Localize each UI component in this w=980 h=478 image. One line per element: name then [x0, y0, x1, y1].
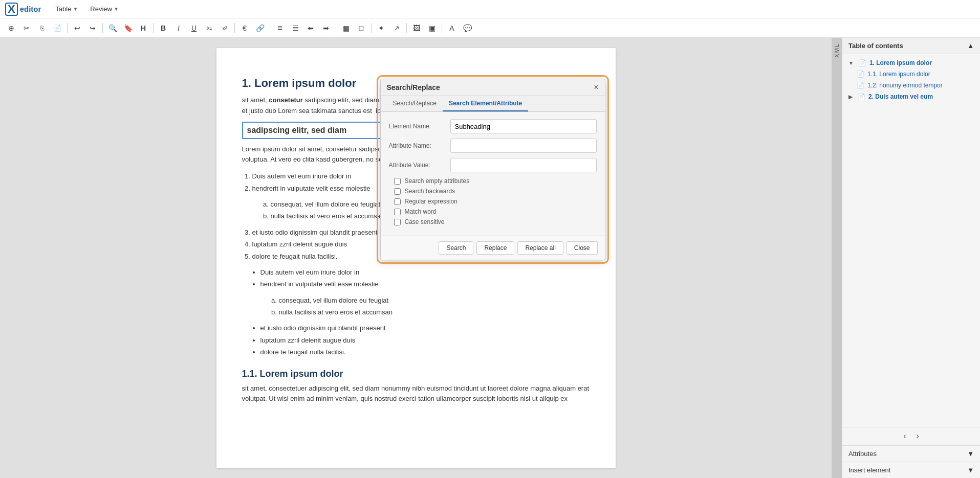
toolbar-block[interactable]: □	[354, 21, 368, 35]
toolbar-new[interactable]: ⊕	[4, 21, 18, 35]
toolbar-search[interactable]: 🔍	[105, 21, 120, 35]
menu-review[interactable]: Review ▼	[86, 3, 123, 15]
menu-table[interactable]: Table ▼	[51, 3, 82, 15]
toolbar-font-color[interactable]: A	[445, 21, 459, 35]
attribute-name-input[interactable]	[450, 139, 597, 153]
attributes-collapse-icon: ▼	[967, 450, 974, 458]
menu-review-arrow: ▼	[114, 6, 119, 12]
toolbar-align-right[interactable]: ➡	[319, 21, 333, 35]
list-item: nulla facilisis at vero eros et accumsan	[279, 306, 590, 318]
element-name-label: Element Name:	[389, 123, 450, 130]
toolbar-italic[interactable]: I	[171, 21, 186, 35]
menu-table-arrow: ▼	[73, 6, 78, 12]
checkbox-search-empty[interactable]	[394, 178, 401, 185]
toc-spacer	[842, 244, 980, 427]
app-logo[interactable]: X editor	[5, 3, 41, 16]
insert-element-label: Insert element	[848, 466, 890, 474]
nav-prev-button[interactable]: ‹	[903, 431, 906, 441]
checkbox-regex[interactable]	[394, 198, 401, 205]
dialog-title-bar: Search/Replace ×	[381, 79, 605, 96]
toc-collapse-icon[interactable]: ▲	[967, 42, 974, 50]
nav-next-button[interactable]: ›	[917, 431, 919, 441]
toolbar-comment[interactable]: 💬	[460, 21, 474, 35]
toolbar-link[interactable]: 🔗	[253, 21, 267, 35]
checkbox-case-sensitive[interactable]	[394, 219, 401, 225]
check-label-match-word: Match word	[405, 208, 437, 215]
toolbar-table[interactable]: ▦	[339, 21, 353, 35]
toolbar-copy[interactable]: ⎘	[35, 21, 49, 35]
attributes-section[interactable]: Attributes ▼	[842, 445, 980, 462]
toolbar-subscript[interactable]: x₂	[202, 21, 216, 35]
toc-icon-2: 📄	[858, 93, 865, 100]
toc-header: Table of contents ▲	[842, 38, 980, 54]
toc-arrow-1: ▼	[848, 60, 854, 66]
right-panel: Table of contents ▲ ▼ 📄 1. Lorem ipsum d…	[842, 38, 980, 478]
dialog-footer: Search Replace Replace all Close	[381, 236, 605, 260]
toolbar-image[interactable]: 🖼	[409, 21, 424, 35]
toolbar-media[interactable]: ▣	[425, 21, 439, 35]
xml-strip: XML	[832, 38, 842, 478]
toolbar-symbol2[interactable]: ↗	[389, 21, 404, 35]
tab-search-replace[interactable]: Search/Replace	[387, 96, 443, 111]
toolbar-ordered-list[interactable]: ≡	[273, 21, 287, 35]
topbar: X editor Table ▼ Review ▼	[0, 0, 980, 18]
close-button[interactable]: Close	[567, 241, 598, 255]
check-label-search-empty: Search empty attributes	[405, 177, 470, 185]
toolbar-heading[interactable]: H	[136, 21, 150, 35]
check-case-sensitive: Case sensitive	[394, 218, 597, 225]
document-page: 1. Lorem ipsum dolor sit amet, consetetu…	[216, 48, 616, 468]
toolbar-special-char[interactable]: €	[237, 21, 252, 35]
toolbar-sep-2	[102, 23, 103, 33]
toolbar-symbol1[interactable]: ✦	[374, 21, 388, 35]
toc-label-1-2: 1.2. nonumy eirmod tempor	[867, 82, 943, 89]
logo-text: editor	[20, 5, 41, 13]
toolbar-unordered-list[interactable]: ≣	[288, 21, 302, 35]
toc-item-1-2[interactable]: 📄 1.2. nonumy eirmod tempor	[842, 80, 980, 91]
toc-label-1: 1. Lorem ipsum dolor	[869, 59, 932, 66]
toc-arrow-2: ▶	[848, 94, 853, 100]
check-label-case-sensitive: Case sensitive	[405, 218, 445, 225]
toc-label-1-1: 1.1. Lorem ipsum dolor	[867, 71, 930, 78]
editor-area[interactable]: 1. Lorem ipsum dolor sit amet, consetetu…	[0, 38, 832, 478]
toc-icon-1-1: 📄	[857, 71, 864, 78]
dialog-title: Search/Replace	[387, 83, 440, 92]
checkbox-match-word[interactable]	[394, 209, 401, 215]
toolbar-bookmark[interactable]: 🔖	[121, 21, 135, 35]
toolbar-align-left[interactable]: ⬅	[303, 21, 318, 35]
toolbar-sep-7	[371, 23, 372, 33]
checkbox-search-backwards[interactable]	[394, 188, 401, 195]
toolbar-undo[interactable]: ↩	[70, 21, 84, 35]
insert-element-collapse-icon: ▼	[967, 466, 974, 474]
toolbar-sep-8	[406, 23, 407, 33]
element-name-input[interactable]	[450, 119, 597, 133]
check-search-empty: Search empty attributes	[394, 177, 597, 185]
search-button[interactable]: Search	[439, 241, 473, 255]
replace-button[interactable]: Replace	[476, 241, 514, 255]
list-item: dolore te feugait nulla facilisi. Duis a…	[252, 251, 590, 358]
list-item: hendrerit in vulputate velit esse molest…	[260, 278, 590, 318]
toolbar-paste[interactable]: 📄	[50, 21, 64, 35]
replace-all-button[interactable]: Replace all	[517, 241, 563, 255]
toolbar-sep-1	[67, 23, 68, 33]
list-item: dolore te feugait nulla facilisi.	[260, 346, 590, 358]
list-item: consequat, vel illum dolore eu feugiat	[279, 294, 590, 306]
insert-element-section[interactable]: Insert element ▼	[842, 462, 980, 478]
attribute-value-input[interactable]	[450, 158, 597, 172]
main-layout: 1. Lorem ipsum dolor sit amet, consetetu…	[0, 38, 980, 478]
tab-search-element[interactable]: Search Element/Attribute	[443, 96, 528, 111]
doc-paragraph-3: sit amet, consectetuer adipiscing elit, …	[242, 383, 590, 405]
attribute-value-label: Attribute Value:	[389, 162, 450, 169]
element-name-row: Element Name:	[389, 119, 597, 133]
toc-content: ▼ 📄 1. Lorem ipsum dolor 📄 1.1. Lorem ip…	[842, 54, 980, 244]
toolbar-underline[interactable]: U	[187, 21, 201, 35]
toolbar-bold[interactable]: B	[156, 21, 170, 35]
toolbar-superscript[interactable]: x²	[217, 21, 232, 35]
toc-item-1-1[interactable]: 📄 1.1. Lorem ipsum dolor	[842, 69, 980, 80]
toolbar-cut[interactable]: ✂	[19, 21, 34, 35]
toolbar-redo[interactable]: ↪	[85, 21, 100, 35]
check-regex: Regular expression	[394, 198, 597, 205]
toc-item-2[interactable]: ▶ 📄 2. Duis autem vel eum	[842, 91, 980, 102]
dialog-close-button[interactable]: ×	[594, 83, 598, 92]
toc-icon-1-2: 📄	[857, 82, 864, 89]
toc-item-1[interactable]: ▼ 📄 1. Lorem ipsum dolor	[842, 57, 980, 69]
